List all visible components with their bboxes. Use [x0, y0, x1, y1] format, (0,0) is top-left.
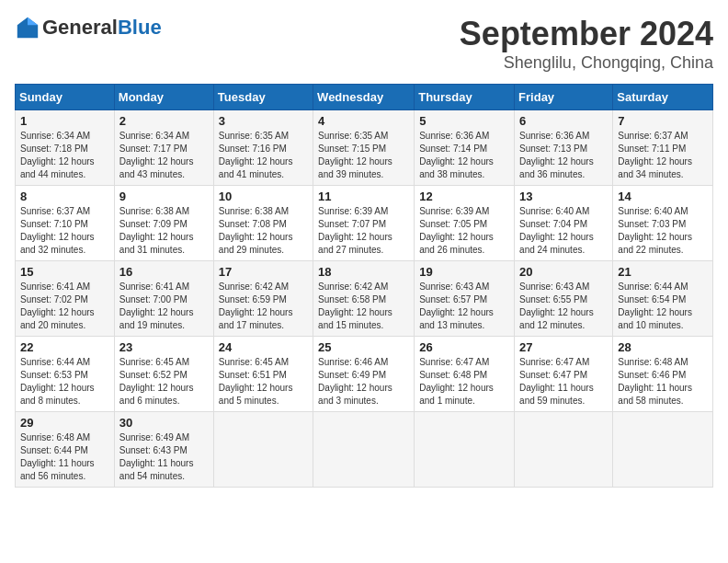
cell-content: Sunrise: 6:43 AMSunset: 6:55 PMDaylight:… [519, 281, 608, 332]
cell-content: Sunrise: 6:42 AMSunset: 6:58 PMDaylight:… [318, 281, 409, 332]
day-number: 21 [618, 265, 708, 279]
calendar-cell: 7Sunrise: 6:37 AMSunset: 7:11 PMDaylight… [613, 110, 713, 186]
cell-content: Sunrise: 6:36 AMSunset: 7:14 PMDaylight:… [419, 130, 509, 181]
cell-content: Sunrise: 6:48 AMSunset: 6:46 PMDaylight:… [618, 356, 708, 408]
weekday-header-sunday: Sunday [16, 85, 115, 110]
calendar-table: SundayMondayTuesdayWednesdayThursdayFrid… [15, 84, 713, 488]
calendar-week-row: 29Sunrise: 6:48 AMSunset: 6:44 PMDayligh… [16, 412, 713, 488]
calendar-cell: 1Sunrise: 6:34 AMSunset: 7:18 PMDaylight… [16, 110, 115, 186]
day-number: 22 [20, 340, 109, 354]
calendar-week-row: 8Sunrise: 6:37 AMSunset: 7:10 PMDaylight… [16, 186, 713, 261]
title-block: September 2024 Shenglilu, Chongqing, Chi… [460, 15, 713, 73]
day-number: 27 [519, 340, 608, 354]
cell-content: Sunrise: 6:48 AMSunset: 6:44 PMDaylight:… [20, 431, 109, 483]
day-number: 4 [318, 114, 409, 128]
day-number: 12 [419, 190, 509, 203]
logo-general-text: General [42, 16, 118, 40]
calendar-week-row: 1Sunrise: 6:34 AMSunset: 7:18 PMDaylight… [16, 110, 713, 186]
cell-content: Sunrise: 6:38 AMSunset: 7:08 PMDaylight:… [219, 205, 308, 257]
day-number: 3 [219, 114, 308, 128]
logo-icon [15, 15, 40, 40]
calendar-cell: 6Sunrise: 6:36 AMSunset: 7:13 PMDaylight… [515, 110, 613, 186]
day-number: 6 [519, 114, 608, 128]
day-number: 20 [519, 265, 608, 279]
day-number: 14 [618, 190, 708, 203]
day-number: 17 [219, 265, 308, 279]
weekday-header-friday: Friday [515, 85, 613, 110]
calendar-cell: 26Sunrise: 6:47 AMSunset: 6:48 PMDayligh… [415, 337, 515, 412]
cell-content: Sunrise: 6:49 AMSunset: 6:43 PMDaylight:… [119, 431, 209, 483]
cell-content: Sunrise: 6:34 AMSunset: 7:17 PMDaylight:… [119, 130, 209, 181]
weekday-header-thursday: Thursday [415, 85, 515, 110]
cell-content: Sunrise: 6:44 AMSunset: 6:53 PMDaylight:… [20, 356, 109, 408]
weekday-header-tuesday: Tuesday [213, 85, 313, 110]
calendar-cell: 29Sunrise: 6:48 AMSunset: 6:44 PMDayligh… [16, 412, 115, 488]
day-number: 13 [519, 190, 608, 203]
calendar-cell: 14Sunrise: 6:40 AMSunset: 7:03 PMDayligh… [613, 186, 713, 261]
day-number: 23 [119, 340, 209, 354]
day-number: 18 [318, 265, 409, 279]
calendar-cell: 18Sunrise: 6:42 AMSunset: 6:58 PMDayligh… [313, 261, 415, 337]
calendar-cell [515, 412, 613, 488]
page-header: GeneralBlue September 2024 Shenglilu, Ch… [15, 15, 713, 73]
month-title: September 2024 [460, 15, 713, 53]
cell-content: Sunrise: 6:34 AMSunset: 7:18 PMDaylight:… [20, 130, 109, 181]
cell-content: Sunrise: 6:46 AMSunset: 6:49 PMDaylight:… [318, 356, 409, 408]
day-number: 1 [20, 114, 109, 128]
calendar-cell: 22Sunrise: 6:44 AMSunset: 6:53 PMDayligh… [16, 337, 115, 412]
cell-content: Sunrise: 6:35 AMSunset: 7:16 PMDaylight:… [219, 130, 308, 181]
calendar-cell: 9Sunrise: 6:38 AMSunset: 7:09 PMDaylight… [114, 186, 213, 261]
day-number: 9 [119, 190, 209, 203]
day-number: 29 [20, 416, 109, 430]
day-number: 25 [318, 340, 409, 354]
cell-content: Sunrise: 6:35 AMSunset: 7:15 PMDaylight:… [318, 130, 409, 181]
day-number: 24 [219, 340, 308, 354]
calendar-cell: 17Sunrise: 6:42 AMSunset: 6:59 PMDayligh… [213, 261, 313, 337]
calendar-week-row: 22Sunrise: 6:44 AMSunset: 6:53 PMDayligh… [16, 337, 713, 412]
cell-content: Sunrise: 6:40 AMSunset: 7:04 PMDaylight:… [519, 205, 608, 257]
calendar-cell: 25Sunrise: 6:46 AMSunset: 6:49 PMDayligh… [313, 337, 415, 412]
calendar-cell [415, 412, 515, 488]
svg-marker-1 [28, 17, 38, 25]
calendar-cell: 2Sunrise: 6:34 AMSunset: 7:17 PMDaylight… [114, 110, 213, 186]
day-number: 28 [618, 340, 708, 354]
calendar-cell: 28Sunrise: 6:48 AMSunset: 6:46 PMDayligh… [613, 337, 713, 412]
cell-content: Sunrise: 6:44 AMSunset: 6:54 PMDaylight:… [618, 281, 708, 332]
day-number: 11 [318, 190, 409, 203]
calendar-cell: 27Sunrise: 6:47 AMSunset: 6:47 PMDayligh… [515, 337, 613, 412]
day-number: 19 [419, 265, 509, 279]
calendar-cell: 20Sunrise: 6:43 AMSunset: 6:55 PMDayligh… [515, 261, 613, 337]
logo-blue-text: Blue [118, 16, 162, 40]
day-number: 2 [119, 114, 209, 128]
cell-content: Sunrise: 6:39 AMSunset: 7:07 PMDaylight:… [318, 205, 409, 257]
calendar-cell: 23Sunrise: 6:45 AMSunset: 6:52 PMDayligh… [114, 337, 213, 412]
cell-content: Sunrise: 6:47 AMSunset: 6:48 PMDaylight:… [419, 356, 509, 408]
weekday-header-wednesday: Wednesday [313, 85, 415, 110]
cell-content: Sunrise: 6:41 AMSunset: 7:00 PMDaylight:… [119, 281, 209, 332]
calendar-cell: 13Sunrise: 6:40 AMSunset: 7:04 PMDayligh… [515, 186, 613, 261]
cell-content: Sunrise: 6:37 AMSunset: 7:11 PMDaylight:… [618, 130, 708, 181]
cell-content: Sunrise: 6:40 AMSunset: 7:03 PMDaylight:… [618, 205, 708, 257]
calendar-cell: 19Sunrise: 6:43 AMSunset: 6:57 PMDayligh… [415, 261, 515, 337]
calendar-cell: 15Sunrise: 6:41 AMSunset: 7:02 PMDayligh… [16, 261, 115, 337]
calendar-cell: 24Sunrise: 6:45 AMSunset: 6:51 PMDayligh… [213, 337, 313, 412]
cell-content: Sunrise: 6:39 AMSunset: 7:05 PMDaylight:… [419, 205, 509, 257]
calendar-cell: 4Sunrise: 6:35 AMSunset: 7:15 PMDaylight… [313, 110, 415, 186]
calendar-cell: 30Sunrise: 6:49 AMSunset: 6:43 PMDayligh… [114, 412, 213, 488]
calendar-cell [213, 412, 313, 488]
location-title: Shenglilu, Chongqing, China [460, 53, 713, 73]
cell-content: Sunrise: 6:47 AMSunset: 6:47 PMDaylight:… [519, 356, 608, 408]
calendar-cell: 11Sunrise: 6:39 AMSunset: 7:07 PMDayligh… [313, 186, 415, 261]
day-number: 5 [419, 114, 509, 128]
weekday-header-saturday: Saturday [613, 85, 713, 110]
weekday-header-monday: Monday [114, 85, 213, 110]
cell-content: Sunrise: 6:45 AMSunset: 6:51 PMDaylight:… [219, 356, 308, 408]
day-number: 8 [20, 190, 109, 203]
cell-content: Sunrise: 6:43 AMSunset: 6:57 PMDaylight:… [419, 281, 509, 332]
day-number: 7 [618, 114, 708, 128]
cell-content: Sunrise: 6:38 AMSunset: 7:09 PMDaylight:… [119, 205, 209, 257]
logo: GeneralBlue [15, 15, 162, 40]
calendar-cell: 12Sunrise: 6:39 AMSunset: 7:05 PMDayligh… [415, 186, 515, 261]
cell-content: Sunrise: 6:37 AMSunset: 7:10 PMDaylight:… [20, 205, 109, 257]
cell-content: Sunrise: 6:42 AMSunset: 6:59 PMDaylight:… [219, 281, 308, 332]
